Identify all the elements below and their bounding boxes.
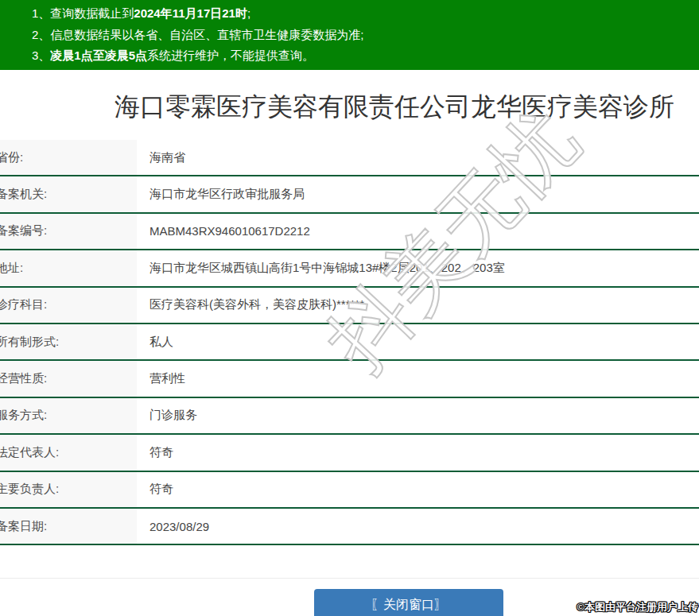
notice-line-1: 1、查询数据截止到2024年11月17日21时;	[32, 3, 691, 25]
table-row-main-responsible-person: 主要负责人: 符奇	[0, 472, 699, 509]
row-label: 省份:	[0, 140, 137, 175]
row-label: 经营性质:	[0, 361, 137, 396]
row-label: 备案编号:	[0, 214, 137, 249]
row-value: 符奇	[137, 472, 699, 507]
table-row-legal-representative: 法定代表人: 符奇	[0, 435, 699, 471]
row-label: 备案日期:	[0, 509, 137, 544]
row-value: 海口市龙华区行政审批服务局	[137, 176, 699, 211]
section-divider	[0, 578, 699, 579]
row-value: 医疗美容科(美容外科，美容皮肤科)******	[137, 288, 699, 323]
row-label: 服务方式:	[0, 398, 137, 433]
row-value: 符奇	[137, 435, 699, 470]
row-value: 海口市龙华区城西镇山高街1号中海锦城13#楼2层201、202、203室	[137, 250, 699, 285]
row-value: 营利性	[137, 361, 699, 396]
page-title: 海口零霖医疗美容有限责任公司龙华医疗美容诊所	[115, 91, 699, 122]
row-label: 备案机关:	[0, 176, 137, 211]
row-label: 所有制形式:	[0, 324, 137, 359]
upload-credit-text: ©本图由平台注册用户上传	[577, 600, 698, 614]
notice-line-2: 2、信息数据结果以各省、自治区、直辖市卫生健康委数据为准;	[32, 25, 691, 46]
table-row-operation-nature: 经营性质: 营利性	[0, 361, 699, 397]
table-row-service-mode: 服务方式: 门诊服务	[0, 398, 699, 435]
notice-line-3: 3、凌晨1点至凌晨5点系统进行维护，不能提供查询。	[32, 45, 691, 67]
notice-banner: 1、查询数据截止到2024年11月17日21时; 2、信息数据结果以各省、自治区…	[0, 0, 699, 70]
row-label: 主要负责人:	[0, 472, 137, 507]
row-label: 法定代表人:	[0, 435, 137, 470]
table-row-diagnosis-subjects: 诊疗科目: 医疗美容科(美容外科，美容皮肤科)******	[0, 288, 699, 324]
row-label: 地址:	[0, 250, 137, 285]
row-value: 私人	[137, 324, 699, 359]
row-value: 2023/08/29	[137, 509, 699, 544]
table-row-province: 省份: 海南省	[0, 140, 699, 176]
table-row-filing-authority: 备案机关: 海口市龙华区行政审批服务局	[0, 176, 699, 213]
record-table: 省份: 海南省 备案机关: 海口市龙华区行政审批服务局 备案编号: MABM43…	[0, 140, 699, 545]
table-row-filing-date: 备案日期: 2023/08/29	[0, 509, 699, 545]
table-row-address: 地址: 海口市龙华区城西镇山高街1号中海锦城13#楼2层201、202、203室	[0, 250, 699, 287]
table-row-filing-number: 备案编号: MABM43RX946010617D2212	[0, 214, 699, 250]
row-label: 诊疗科目:	[0, 288, 137, 323]
table-row-ownership-form: 所有制形式: 私人	[0, 324, 699, 361]
row-value: 门诊服务	[137, 398, 699, 433]
close-window-button[interactable]: 〖关闭窗口〗	[314, 589, 503, 616]
row-value: MABM43RX946010617D2212	[137, 214, 699, 249]
row-value: 海南省	[137, 140, 699, 175]
